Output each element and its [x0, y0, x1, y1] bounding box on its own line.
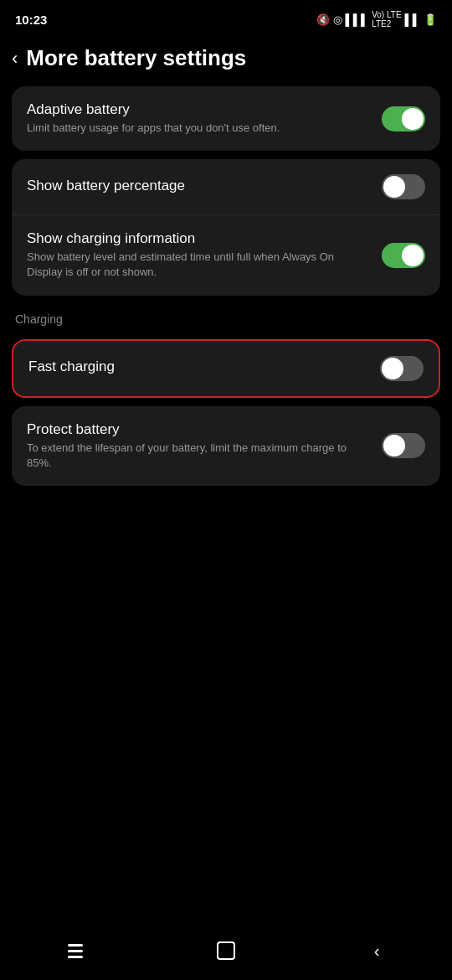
show-charging-text: Show charging information Show battery l…	[27, 230, 368, 280]
signal2-icon: ▌▌	[405, 13, 420, 26]
show-charging-row[interactable]: Show charging information Show battery l…	[12, 214, 440, 295]
protect-battery-text: Protect battery To extend the lifespan o…	[27, 421, 368, 471]
adaptive-battery-toggle-knob	[402, 108, 424, 130]
adaptive-battery-text: Adaptive battery Limit battery usage for…	[27, 101, 368, 136]
signal-icon: ▌▌▌	[346, 13, 369, 26]
adaptive-battery-subtitle: Limit battery usage for apps that you do…	[27, 121, 368, 136]
page-title: More battery settings	[26, 45, 246, 71]
back-nav-button[interactable]: ‹	[356, 934, 398, 967]
protect-battery-title: Protect battery	[27, 421, 368, 438]
protect-battery-toggle[interactable]	[382, 433, 425, 458]
protect-battery-toggle-knob	[383, 435, 405, 456]
status-time: 10:23	[15, 13, 47, 27]
nav-bar: ‹	[0, 921, 452, 980]
battery-icon: 🔋	[424, 13, 437, 26]
settings-content: Adaptive battery Limit battery usage for…	[0, 86, 452, 486]
fast-charging-card: Fast charging	[12, 339, 440, 398]
fast-charging-row[interactable]: Fast charging	[13, 341, 439, 396]
fast-charging-text: Fast charging	[28, 358, 367, 378]
back-button[interactable]: ‹	[12, 48, 18, 70]
lte-icon: Vo) LTELTE2	[372, 10, 401, 28]
protect-battery-card: Protect battery To extend the lifespan o…	[12, 406, 440, 486]
fast-charging-title: Fast charging	[28, 358, 367, 375]
back-nav-icon: ‹	[374, 941, 380, 961]
fast-charging-toggle-knob	[382, 358, 403, 379]
adaptive-battery-card: Adaptive battery Limit battery usage for…	[12, 86, 440, 151]
show-charging-toggle[interactable]	[382, 243, 425, 268]
recents-button[interactable]	[54, 934, 96, 967]
show-charging-subtitle: Show battery level and estimated time un…	[27, 250, 368, 280]
adaptive-battery-toggle[interactable]	[382, 106, 425, 132]
mute-icon: 🔇	[316, 13, 330, 26]
fast-charging-toggle[interactable]	[380, 356, 424, 381]
show-percentage-toggle[interactable]	[382, 174, 425, 199]
recents-icon	[68, 944, 83, 958]
page-header: ‹ More battery settings	[0, 35, 452, 86]
home-button[interactable]	[205, 934, 247, 967]
adaptive-battery-title: Adaptive battery	[27, 101, 368, 118]
show-charging-title: Show charging information	[27, 230, 368, 247]
protect-battery-subtitle: To extend the lifespan of your battery, …	[27, 441, 368, 471]
wifi-icon: ◎	[333, 13, 342, 26]
show-charging-toggle-knob	[402, 245, 424, 266]
show-percentage-toggle-knob	[383, 176, 405, 198]
display-settings-card: Show battery percentage Show charging in…	[12, 159, 440, 295]
charging-section-label: Charging	[12, 304, 440, 331]
status-icons: 🔇 ◎ ▌▌▌ Vo) LTELTE2 ▌▌ 🔋	[316, 10, 437, 28]
home-icon	[217, 941, 235, 960]
adaptive-battery-row[interactable]: Adaptive battery Limit battery usage for…	[12, 86, 440, 151]
show-percentage-title: Show battery percentage	[27, 178, 368, 194]
status-bar: 10:23 🔇 ◎ ▌▌▌ Vo) LTELTE2 ▌▌ 🔋	[0, 0, 452, 35]
show-percentage-row[interactable]: Show battery percentage	[12, 159, 440, 214]
protect-battery-row[interactable]: Protect battery To extend the lifespan o…	[12, 406, 440, 486]
show-percentage-text: Show battery percentage	[27, 178, 368, 197]
